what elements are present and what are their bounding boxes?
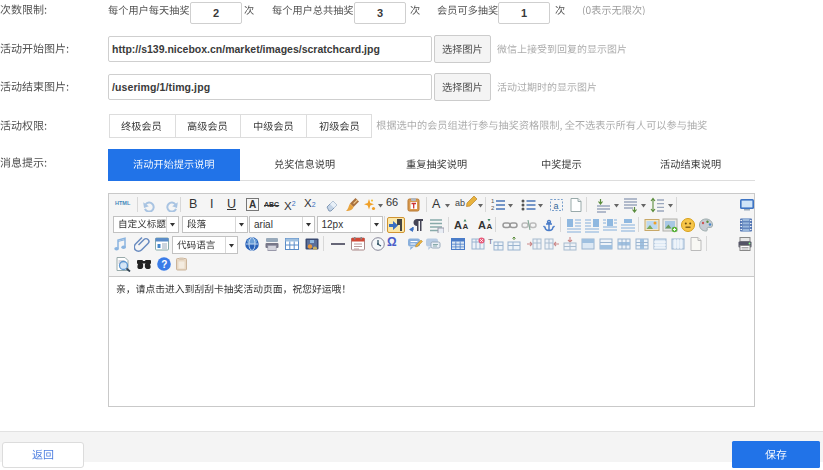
svg-text:T: T	[488, 237, 493, 246]
svg-text:A: A	[487, 222, 493, 231]
svg-text:A: A	[463, 222, 469, 231]
svg-text:1: 1	[491, 198, 495, 204]
svg-text:A: A	[478, 219, 486, 231]
svg-text:2: 2	[491, 205, 495, 211]
svg-text:A: A	[454, 219, 462, 231]
svg-text:?: ?	[161, 259, 167, 270]
svg-text:a: a	[554, 201, 559, 211]
